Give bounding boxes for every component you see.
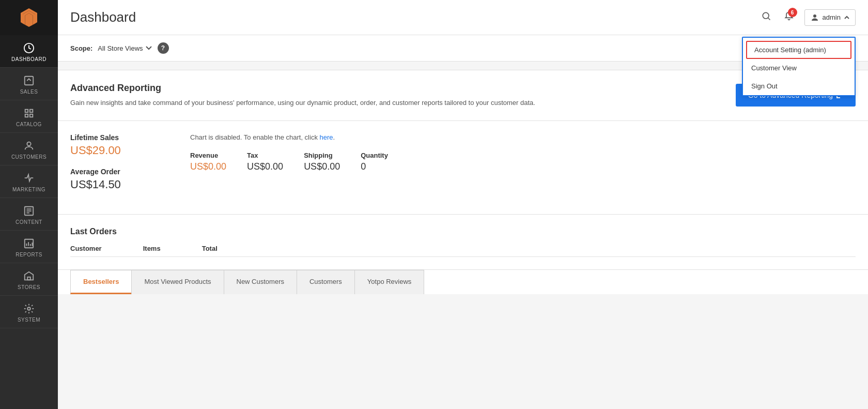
advanced-reporting-text: Advanced Reporting Gain new insights and… bbox=[70, 83, 723, 108]
advanced-reporting-title: Advanced Reporting bbox=[70, 83, 723, 94]
lifetime-sales-block: Lifetime Sales US$29.00 bbox=[70, 133, 174, 157]
revenue-label: Revenue bbox=[190, 152, 226, 159]
stats-section: Lifetime Sales US$29.00 Average Order US… bbox=[58, 121, 868, 215]
svg-rect-7 bbox=[25, 114, 28, 117]
customers-icon bbox=[23, 140, 35, 152]
sidebar-logo bbox=[0, 0, 58, 35]
chart-disabled-text: Chart is disabled. To enable the chart, … bbox=[190, 133, 318, 141]
col-total: Total bbox=[202, 245, 218, 252]
tab-most-viewed[interactable]: Most Viewed Products bbox=[131, 270, 224, 294]
metric-tax: Tax US$0.00 bbox=[247, 152, 283, 172]
sidebar-item-catalog-label: CATALOG bbox=[16, 122, 42, 127]
customer-view-item[interactable]: Customer View bbox=[743, 59, 855, 77]
sidebar: DASHBOARD SALES CATALOG CUSTOMERS MARKET… bbox=[0, 0, 58, 409]
help-icon[interactable]: ? bbox=[158, 42, 169, 54]
quantity-label: Quantity bbox=[361, 152, 388, 159]
tab-yotpo[interactable]: Yotpo Reviews bbox=[354, 270, 425, 294]
tab-bestsellers[interactable]: Bestsellers bbox=[70, 270, 132, 294]
chart-disabled-message: Chart is disabled. To enable the chart, … bbox=[190, 133, 856, 141]
topbar-right: 6 admin Account Setting (admin) Customer… bbox=[759, 9, 856, 26]
magento-logo-icon bbox=[18, 6, 40, 29]
page-title: Dashboard bbox=[70, 9, 136, 25]
tabs-bar: Bestsellers Most Viewed Products New Cus… bbox=[70, 270, 856, 294]
lifetime-sales-value: US$29.00 bbox=[70, 144, 174, 157]
sidebar-item-dashboard-label: DASHBOARD bbox=[11, 56, 47, 62]
shipping-label: Shipping bbox=[304, 152, 340, 159]
revenue-value: US$0.00 bbox=[190, 161, 226, 172]
sidebar-item-stores-label: STORES bbox=[18, 284, 40, 290]
svg-point-20 bbox=[27, 307, 30, 310]
quantity-value: 0 bbox=[361, 161, 388, 172]
admin-menu-button[interactable]: admin bbox=[804, 9, 856, 26]
dashboard-icon bbox=[23, 42, 35, 54]
svg-rect-19 bbox=[27, 277, 30, 280]
admin-dropdown: Account Setting (admin) Customer View Si… bbox=[742, 37, 856, 96]
tab-yotpo-label: Yotpo Reviews bbox=[367, 278, 412, 285]
metric-shipping: Shipping US$0.00 bbox=[304, 152, 340, 172]
average-order-label: Average Order bbox=[70, 168, 174, 176]
scope-label: Scope: bbox=[70, 44, 92, 52]
sign-out-item[interactable]: Sign Out bbox=[743, 77, 855, 95]
admin-label: admin bbox=[823, 13, 841, 21]
page-title-area: Dashboard bbox=[70, 9, 136, 25]
advanced-reporting-description: Gain new insights and take command of yo… bbox=[70, 98, 723, 108]
topbar: Dashboard 6 admin bbox=[58, 0, 868, 35]
sidebar-item-marketing[interactable]: MARKETING bbox=[0, 165, 58, 198]
system-icon bbox=[23, 303, 35, 314]
chevron-up-icon bbox=[844, 14, 850, 21]
reports-icon bbox=[23, 238, 35, 249]
svg-point-9 bbox=[27, 142, 30, 146]
account-setting-item[interactable]: Account Setting (admin) bbox=[746, 41, 851, 59]
scope-value: All Store Views bbox=[98, 44, 143, 52]
chevron-down-icon bbox=[145, 44, 152, 52]
tab-customers-label: Customers bbox=[309, 278, 342, 285]
col-customer: Customer bbox=[70, 245, 102, 252]
svg-point-21 bbox=[763, 12, 769, 19]
stats-left: Lifetime Sales US$29.00 Average Order US… bbox=[70, 133, 174, 202]
sidebar-item-reports-label: REPORTS bbox=[16, 252, 42, 257]
lifetime-sales-label: Lifetime Sales bbox=[70, 133, 174, 142]
sidebar-item-dashboard[interactable]: DASHBOARD bbox=[0, 35, 58, 68]
sidebar-item-sales[interactable]: SALES bbox=[0, 68, 58, 100]
sidebar-item-catalog[interactable]: CATALOG bbox=[0, 100, 58, 133]
tab-bestsellers-label: Bestsellers bbox=[83, 278, 119, 285]
tax-label: Tax bbox=[247, 152, 283, 159]
sidebar-item-customers[interactable]: CUSTOMERS bbox=[0, 133, 58, 165]
search-button[interactable] bbox=[759, 9, 773, 26]
tab-most-viewed-label: Most Viewed Products bbox=[144, 278, 211, 285]
svg-point-23 bbox=[813, 14, 816, 18]
last-orders-table-headers: Customer Items Total bbox=[70, 245, 856, 257]
search-icon bbox=[761, 11, 771, 21]
sales-icon bbox=[23, 75, 35, 86]
tab-customers[interactable]: Customers bbox=[297, 270, 355, 294]
sidebar-item-system-label: SYSTEM bbox=[18, 317, 40, 323]
sidebar-item-customers-label: CUSTOMERS bbox=[11, 154, 47, 160]
marketing-icon bbox=[23, 173, 35, 184]
user-icon bbox=[810, 13, 819, 22]
last-orders-section: Last Orders Customer Items Total bbox=[58, 215, 868, 270]
metrics-row: Revenue US$0.00 Tax US$0.00 Shipping US$… bbox=[190, 152, 856, 172]
notification-badge: 6 bbox=[788, 8, 797, 17]
sidebar-item-stores[interactable]: STORES bbox=[0, 263, 58, 296]
content-icon bbox=[23, 205, 35, 217]
notification-button[interactable]: 6 bbox=[782, 9, 796, 26]
sidebar-item-reports[interactable]: REPORTS bbox=[0, 231, 58, 263]
svg-marker-2 bbox=[25, 13, 33, 27]
tabs-section: Bestsellers Most Viewed Products New Cus… bbox=[58, 270, 868, 294]
sidebar-item-sales-label: SALES bbox=[20, 89, 38, 95]
chart-enable-link[interactable]: here bbox=[320, 133, 333, 141]
svg-line-22 bbox=[768, 18, 770, 20]
svg-rect-6 bbox=[30, 110, 33, 113]
metric-revenue: Revenue US$0.00 bbox=[190, 152, 226, 172]
average-order-block: Average Order US$14.50 bbox=[70, 168, 174, 191]
tab-new-customers[interactable]: New Customers bbox=[224, 270, 297, 294]
scope-select[interactable]: All Store Views bbox=[98, 44, 152, 52]
average-order-value: US$14.50 bbox=[70, 178, 174, 191]
tab-new-customers-label: New Customers bbox=[237, 278, 284, 285]
svg-rect-5 bbox=[25, 110, 28, 113]
stores-icon bbox=[23, 270, 35, 282]
sidebar-item-content[interactable]: CONTENT bbox=[0, 198, 58, 231]
svg-rect-8 bbox=[30, 114, 33, 117]
sidebar-item-system[interactable]: SYSTEM bbox=[0, 296, 58, 328]
sidebar-item-marketing-label: MARKETING bbox=[12, 187, 45, 192]
